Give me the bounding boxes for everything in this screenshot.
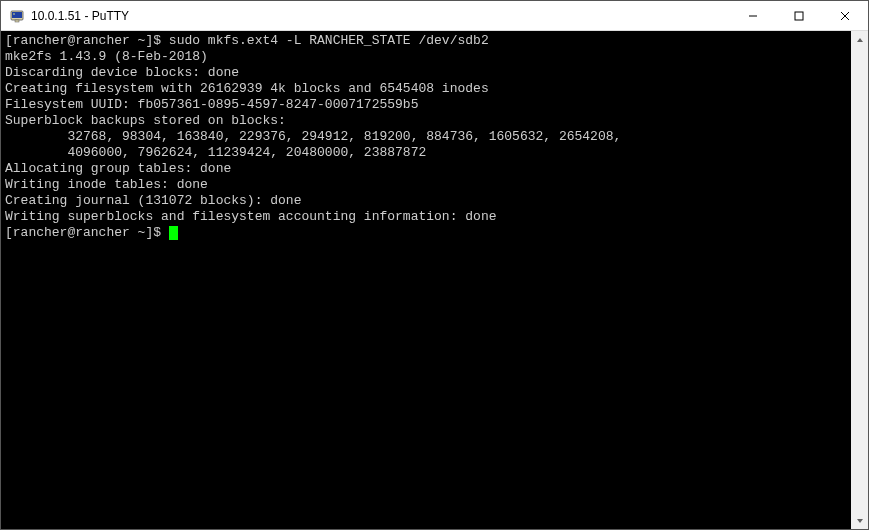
close-button[interactable] xyxy=(822,1,868,31)
output-line: Filesystem UUID: fb057361-0895-4597-8247… xyxy=(5,97,847,113)
terminal-cursor xyxy=(169,226,178,240)
minimize-button[interactable] xyxy=(730,1,776,31)
scrollbar-track[interactable] xyxy=(851,48,868,512)
maximize-button[interactable] xyxy=(776,1,822,31)
output-line: Creating journal (131072 blocks): done xyxy=(5,193,847,209)
svg-rect-5 xyxy=(795,12,803,20)
output-line: Writing inode tables: done xyxy=(5,177,847,193)
output-line: 4096000, 7962624, 11239424, 20480000, 23… xyxy=(5,145,847,161)
scroll-down-button[interactable] xyxy=(851,512,868,529)
output-line: mke2fs 1.43.9 (8-Feb-2018) xyxy=(5,49,847,65)
output-line: 32768, 98304, 163840, 229376, 294912, 81… xyxy=(5,129,847,145)
command-text: sudo mkfs.ext4 -L RANCHER_STATE /dev/sdb… xyxy=(169,33,489,48)
svg-rect-2 xyxy=(15,20,19,22)
putty-icon xyxy=(9,8,25,24)
output-line: Creating filesystem with 26162939 4k blo… xyxy=(5,81,847,97)
shell-prompt: [rancher@rancher ~]$ xyxy=(5,33,169,48)
terminal[interactable]: [rancher@rancher ~]$ sudo mkfs.ext4 -L R… xyxy=(1,31,851,529)
shell-prompt: [rancher@rancher ~]$ xyxy=(5,225,169,240)
titlebar[interactable]: 10.0.1.51 - PuTTY xyxy=(1,1,868,31)
output-line: Discarding device blocks: done xyxy=(5,65,847,81)
scroll-up-button[interactable] xyxy=(851,31,868,48)
window-title: 10.0.1.51 - PuTTY xyxy=(31,9,730,23)
terminal-wrapper: [rancher@rancher ~]$ sudo mkfs.ext4 -L R… xyxy=(1,31,868,529)
scrollbar[interactable] xyxy=(851,31,868,529)
output-line: Superblock backups stored on blocks: xyxy=(5,113,847,129)
output-line: Writing superblocks and filesystem accou… xyxy=(5,209,847,225)
window-controls xyxy=(730,1,868,31)
output-line: Allocating group tables: done xyxy=(5,161,847,177)
svg-rect-1 xyxy=(12,12,22,18)
putty-window: 10.0.1.51 - PuTTY [rancher@rancher ~]$ s… xyxy=(0,0,869,530)
